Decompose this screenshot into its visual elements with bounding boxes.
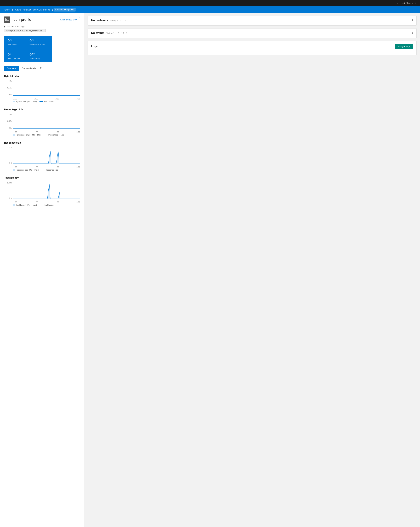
logs-card: Logs Analyze logs [87,41,417,55]
no-events-card: No events Today, 11:17 – 13:17 ℹ [87,28,417,38]
legend-range-5xx-icon [13,134,15,136]
nav-forward-button[interactable]: › [414,1,417,5]
breadcrumb-cdn-profiles[interactable]: Azure Front Door and CDN profiles [13,8,52,11]
legend-line-response: Response size [41,169,58,171]
right-panel: No problems Today, 11:17 – 13:17 ℹ No ev… [84,13,420,527]
metric-byte-hit-ratio: 0% Byte hit ratio [8,38,27,45]
chart-latency-svg [13,182,80,199]
chart-response-y-axis: 200 B 0 B [4,147,12,164]
tab-overview[interactable]: Overview [4,66,19,71]
chart-5xx-container: 1 % 0.5 % 0 % 11:30 12:00 12:30 13:00 [4,114,80,132]
chart-latency-xlabels: 11:30 12:00 12:30 13:00 [13,201,80,203]
grid-line-mid-5xx [13,121,80,121]
legend-line-latency-icon [40,205,43,205]
no-problems-time: Today, 11:17 – 13:17 [110,19,130,22]
chart-latency-container: 10 ms 0 s 11:30 12:00 12:30 13:00 [4,182,80,203]
breadcrumb-sep-1: ❯ [11,8,13,11]
chart-latency-y-axis: 10 ms 0 s [4,182,12,199]
legend-range-response-icon [13,169,15,171]
legend-line-5xx-icon [44,135,48,135]
legend-range-latency: Total latency (Min – Max) [13,204,37,206]
chart-response-legend: Response size (Min – Max) Response size [4,169,80,171]
breadcrumb-azure[interactable]: Azure [2,8,11,11]
tabs: Overview Further details [4,66,80,71]
metrics-grid: 0% Byte hit ratio 0% Percentage of 5xx 0… [8,38,49,59]
metric-response-label: Response size [8,57,27,59]
metric-total-latency: 0ms Total latency [30,52,49,59]
time-range-label: Last 2 hours [401,2,413,4]
analyze-logs-button[interactable]: Analyze logs [395,44,413,49]
breadcrumb-bar: Azure ❯ Azure Front Door and CDN profile… [0,6,420,13]
chart-byte-hit-title: Byte hit ratio [4,75,80,77]
property-tags: [Azure]ACE:CREATED-BY: heydar.murad@... [4,29,80,32]
chart-byte-hit-y-axis: 1 % 0.5 % 0 % [4,80,12,96]
top-bar: ‹ Last 2 hours › [0,0,420,6]
svg-marker-2 [13,151,80,164]
no-events-title: No events [91,32,104,34]
metric-5xx-label: Percentage of 5xx [30,43,49,45]
tab-external-link[interactable] [39,66,44,71]
no-problems-header: No problems Today, 11:17 – 13:17 ℹ [91,19,413,22]
no-events-title-row: No events Today, 11:17 – 13:17 [91,32,127,34]
legend-line-icon [40,101,43,102]
chart-latency-legend: Total latency (Min – Max) Total latency [4,204,80,206]
metric-byte-hit-value: 0% [8,38,27,43]
no-problems-info-icon[interactable]: ℹ [412,19,413,22]
legend-range-5xx: Percentage of 5xx (Min – Max) [13,134,42,136]
legend-line-5xx: Percentage of 5xx [44,134,64,136]
no-problems-card: No problems Today, 11:17 – 13:17 ℹ [87,16,417,26]
legend-line-item: Byte hit ratio [40,100,54,103]
metric-latency-value: 0ms [30,52,49,57]
legend-range-latency-icon [13,204,15,206]
breadcrumb-sep-2: ❯ [52,8,54,11]
chart-byte-hit-legend: Byte hit ratio (Min – Max) Byte hit rati… [4,100,80,103]
chart-response-xlabels: 11:30 12:00 12:30 13:00 [13,166,80,168]
smartscape-button[interactable]: Smartscape view [58,17,80,22]
metric-byte-hit-label: Byte hit ratio [8,43,27,45]
breadcrumb-current: frontdoor-cdn-profile [54,8,75,11]
logs-header: Logs Analyze logs [91,44,413,49]
tab-further-details[interactable]: Further details [19,66,39,71]
no-problems-title-row: No problems Today, 11:17 – 13:17 [91,19,131,22]
svg-rect-1 [6,19,7,20]
no-problems-title: No problems [91,19,108,22]
legend-range-response: Response size (Min – Max) [13,169,39,171]
profile-icon [4,16,10,23]
no-events-header: No events Today, 11:17 – 13:17 ℹ [91,31,413,34]
properties-toggle[interactable]: ▶ Properties and tags [4,25,80,28]
properties-label: Properties and tags [7,25,24,28]
chart-total-latency: Total latency 10 ms 0 s 11:30 12:00 12:3… [4,176,80,206]
properties-section: ▶ Properties and tags [Azure]ACE:CREATED… [4,25,80,32]
chart-byte-hit-xlabels: 11:30 12:00 12:30 13:00 [13,98,80,100]
metric-5xx-value: 0% [30,38,49,43]
nav-back-button[interactable]: ‹ [396,1,399,5]
chart-response-size: Response size 200 B 0 B 11:30 12:0 [4,141,80,171]
chart-response-svg [13,147,80,164]
chart-5xx-xlabels: 11:30 12:00 12:30 13:00 [13,131,80,133]
legend-line-response-icon [41,170,45,170]
metric-latency-label: Total latency [30,57,49,59]
no-events-info-icon[interactable]: ℹ [412,31,413,34]
chart-5xx-area [13,114,80,129]
profile-title: -cdn-profile [12,17,56,22]
chart-response-title: Response size [4,141,80,144]
chart-latency-title: Total latency [4,176,80,179]
profile-header: -cdn-profile Smartscape view [4,16,80,23]
metric-percentage-5xx: 0% Percentage of 5xx [30,38,49,45]
metric-response-size: 0B Response size [8,52,27,59]
left-panel: -cdn-profile Smartscape view ▶ Propertie… [0,13,84,527]
chart-byte-hit-ratio: Byte hit ratio 1 % 0.5 % 0 % 11:30 12:00… [4,75,80,103]
chart-5xx-y-axis: 1 % 0.5 % 0 % [4,114,12,129]
no-events-time: Today, 11:17 – 13:17 [106,32,127,34]
svg-marker-3 [13,184,80,199]
chart-response-container: 200 B 0 B 11:30 12:00 12:30 13:00 [4,147,80,167]
chart-5xx-title: Percentage of 5xx [4,108,80,111]
grid-line-mid [13,88,80,88]
chart-byte-hit-area [13,80,80,96]
chart-percentage-5xx: Percentage of 5xx 1 % 0.5 % 0 % 11:30 12… [4,108,80,136]
legend-range-icon [13,101,15,102]
legend-range-item: Byte hit ratio (Min – Max) [13,100,37,103]
properties-chevron: ▶ [4,25,6,28]
chart-byte-hit-container: 1 % 0.5 % 0 % 11:30 12:00 12:30 13:00 [4,80,80,99]
logs-title: Logs [91,45,98,48]
